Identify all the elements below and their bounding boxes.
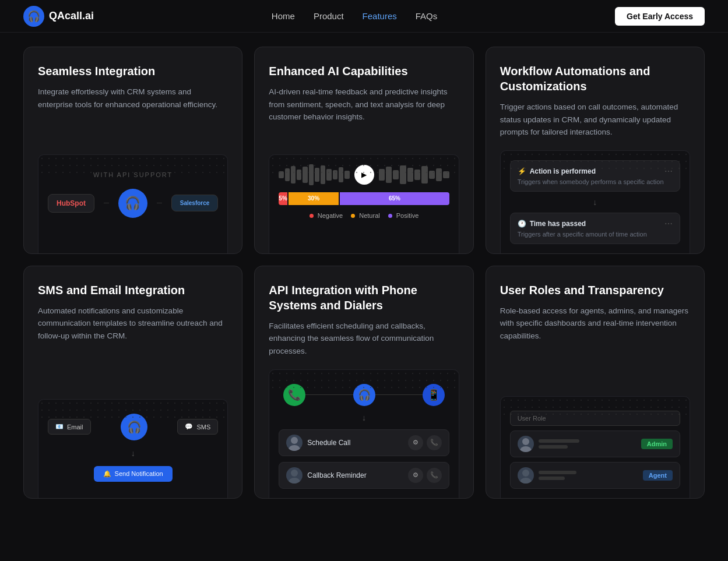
svg-point-4 (522, 438, 529, 445)
logo-text: QAcall.ai (49, 10, 94, 22)
hubspot-logo: HubSpot (48, 194, 94, 213)
agent-badge: Agent (643, 470, 673, 481)
agent-user-info (518, 467, 576, 484)
logo[interactable]: 🎧 QAcall.ai (23, 6, 94, 27)
card-seamless-integration: Seamless Integration Integrate effortles… (23, 47, 242, 254)
card-title: Workflow Automations and Customizations (500, 63, 690, 94)
salesforce-logo: Salesforce (171, 195, 219, 211)
nav-links: Home Product Features FAQs (272, 11, 437, 21)
card-illustration: 📞 🎧 📱 ↓ Schedule Call ⚙ (269, 369, 459, 498)
email-icon: 📧 (55, 423, 64, 431)
admin-avatar (518, 436, 534, 452)
call-action-icon-2[interactable]: 📞 (427, 468, 442, 483)
admin-user-row: Admin (510, 431, 680, 457)
neutral-label: Netural (359, 212, 379, 219)
positive-legend: Positive (388, 212, 419, 219)
svg-point-3 (289, 478, 300, 484)
admin-badge: Admin (641, 439, 673, 449)
dots-pattern (269, 155, 458, 178)
card-desc: Automated notifications and customizable… (38, 305, 228, 343)
card-desc: Facilitates efficient scheduling and cal… (269, 320, 459, 358)
positive-label: Positive (396, 212, 419, 219)
settings-action-icon-2[interactable]: ⚙ (408, 468, 423, 483)
dots-pattern (501, 397, 690, 420)
admin-user-info (518, 436, 579, 452)
card-title: Enhanced AI Capabilities (269, 63, 459, 79)
sms-icon: 💬 (185, 423, 193, 431)
card-workflow: Workflow Automations and Customizations … (486, 47, 705, 254)
workflow-trigger-2: 🕐 Time has passed ⋯ Triggers after a spe… (510, 213, 680, 244)
dots-pattern (269, 370, 458, 393)
schedule-call-label: Schedule Call (307, 439, 350, 447)
nav-features[interactable]: Features (363, 11, 397, 21)
card-api-phone: API Integration with Phone Systems and D… (254, 266, 473, 499)
features-grid: Seamless Integration Integrate effortles… (0, 33, 728, 513)
api-row: HubSpot 🎧 Salesforce (48, 189, 218, 218)
call-action-icon[interactable]: 📞 (427, 435, 442, 450)
role-line (539, 477, 565, 480)
callback-reminder-label: Callback Reminder (307, 471, 366, 479)
card-user-roles: User Roles and Transparency Role-based a… (486, 266, 705, 499)
agent-user-lines (539, 471, 576, 480)
agent-avatar (518, 467, 534, 484)
sentiment-legend: Negative Netural Positive (310, 212, 419, 219)
schedule-call-item: Schedule Call ⚙ 📞 (279, 429, 449, 456)
more-options-icon[interactable]: ⋯ (664, 219, 673, 228)
card-title: SMS and Email Integration (38, 283, 228, 298)
nav-home[interactable]: Home (272, 11, 295, 21)
card-illustration: User Role Admin (500, 396, 690, 498)
nav-product[interactable]: Product (314, 11, 344, 21)
card-enhanced-ai: Enhanced AI Capabilities AI-driven real-… (254, 47, 473, 254)
phone-list-actions-2: ⚙ 📞 (408, 468, 442, 483)
sms-label: SMS (196, 424, 210, 431)
svg-point-2 (291, 470, 298, 477)
card-desc: Integrate effortlessly with CRM systems … (38, 86, 228, 111)
api-center-icon: 🎧 (118, 189, 147, 218)
trigger2-label: Time has passed (530, 220, 586, 228)
api-line-left (104, 203, 109, 203)
svg-point-0 (291, 437, 298, 444)
negative-legend: Negative (310, 212, 343, 219)
phone-list-info: Schedule Call (286, 435, 407, 451)
card-illustration: WITH API SUPPORT HubSpot 🎧 Salesforce (38, 154, 228, 253)
card-desc: AI-driven real-time feedback and predict… (269, 86, 459, 124)
name-line (539, 439, 579, 443)
clock-icon: 🕐 (518, 220, 526, 228)
down-arrow-icon: ↓ (131, 446, 135, 460)
trigger1-desc: Triggers when somebody performs a specif… (518, 178, 673, 185)
api-line-right (157, 203, 162, 203)
settings-action-icon[interactable]: ⚙ (408, 435, 423, 450)
admin-user-lines (539, 439, 579, 449)
role-line (539, 445, 568, 449)
dots-pattern (38, 155, 227, 178)
card-desc: Trigger actions based on call outcomes, … (500, 101, 690, 139)
phone-connector-left (305, 394, 353, 395)
send-notification-button[interactable]: 🔔 Send Notification (94, 466, 173, 482)
send-notif-label: Send Notification (115, 470, 163, 477)
trigger2-desc: Triggers after a specific amount of time… (518, 231, 673, 238)
card-illustration: ▶ 5% 30% (269, 154, 459, 253)
workflow-title-2: 🕐 Time has passed (518, 220, 586, 228)
phone-list-info-2: Callback Reminder (286, 467, 407, 484)
card-desc: Role-based access for agents, admins, an… (500, 305, 690, 343)
user-avatar-1 (286, 435, 303, 451)
dots-pattern (501, 151, 690, 174)
early-access-button[interactable]: Get Early Access (615, 7, 705, 26)
card-sms-email: SMS and Email Integration Automated noti… (23, 266, 242, 499)
phone-illustration: 📞 🎧 📱 ↓ Schedule Call ⚙ (279, 379, 449, 489)
workflow-arrow: ↓ (510, 196, 680, 208)
positive-segment: 65% (340, 192, 449, 205)
bell-icon: 🔔 (103, 470, 111, 478)
agent-user-row: Agent (510, 462, 680, 489)
negative-label: Negative (318, 212, 343, 219)
email-label: Email (67, 424, 83, 431)
workflow-header-2: 🕐 Time has passed ⋯ (518, 219, 673, 228)
neutral-segment: 30% (289, 192, 339, 205)
card-title: API Integration with Phone Systems and D… (269, 283, 459, 313)
user-avatar-2 (286, 467, 303, 484)
svg-point-1 (289, 445, 300, 451)
card-illustration: ⚡ Action is performed ⋯ Triggers when so… (500, 150, 690, 253)
neutral-dot (351, 214, 355, 218)
nav-faqs[interactable]: FAQs (416, 11, 438, 21)
navbar: 🎧 QAcall.ai Home Product Features FAQs G… (0, 0, 728, 33)
